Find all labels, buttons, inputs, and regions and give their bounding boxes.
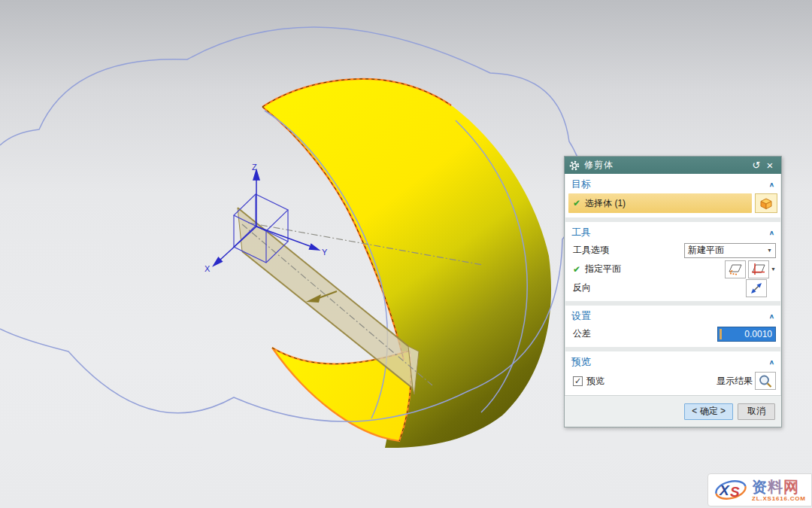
tolerance-cursor (720, 329, 722, 339)
chevron-down-icon: ▼ (767, 248, 772, 253)
checkmark-icon: ✔ (573, 264, 580, 275)
watermark-site-name: 资料网 (752, 479, 799, 495)
watermark-logo-x: X (719, 482, 730, 498)
tool-group: 工具 ∧ 工具选项 新建平面 ▼ ✔ 指定平面 (565, 222, 780, 301)
chevron-up-icon[interactable]: ∧ (769, 358, 774, 365)
plane-dialog-icon (728, 263, 743, 276)
select-body-row[interactable]: ✔ 选择体 (1) (568, 193, 752, 213)
axis-y-label: Y (322, 248, 328, 257)
chevron-down-icon[interactable]: ▼ (771, 266, 776, 272)
nx-application-window: { "viewport": { "axis_labels": { "x": "X… (0, 0, 812, 508)
settings-header: 设置 (571, 309, 591, 323)
axis-x-label: X (205, 264, 211, 273)
chevron-up-icon[interactable]: ∧ (769, 181, 774, 187)
plane-dialog-button[interactable] (725, 260, 746, 278)
reverse-label: 反向 (573, 281, 591, 294)
datum-plane-icon (751, 263, 766, 276)
datum-plane-button[interactable] (748, 260, 769, 278)
ok-button[interactable]: < 确定 > (684, 403, 733, 420)
preview-header: 预览 (571, 355, 591, 369)
checkmark-icon: ✔ (573, 198, 580, 208)
tolerance-label: 公差 (573, 327, 591, 340)
tolerance-input[interactable] (717, 327, 776, 342)
select-body-button[interactable] (755, 193, 777, 213)
dialog-titlebar[interactable]: 修剪体 ↺ × (565, 157, 781, 174)
preview-group: 预览 ∧ ✓ 预览 显示结果 (565, 351, 780, 395)
dialog-footer: < 确定 > 取消 (565, 395, 781, 427)
watermark-site-url: ZL.XS1616.COM (752, 495, 806, 502)
dialog-title: 修剪体 (584, 159, 614, 172)
preview-checkbox-label: 预览 (586, 375, 604, 388)
trim-body-dialog: 修剪体 ↺ × 目标 ∧ ✔ 选择体 (1) 工具 (564, 156, 782, 427)
chevron-up-icon[interactable]: ∧ (769, 312, 774, 319)
gear-icon (569, 160, 580, 171)
tool-option-value: 新建平面 (688, 244, 724, 257)
magnifier-icon (758, 374, 773, 388)
tool-option-label: 工具选项 (573, 244, 609, 257)
show-result-button[interactable] (755, 372, 776, 390)
reverse-direction-button[interactable] (746, 279, 767, 297)
chevron-up-icon[interactable]: ∧ (769, 229, 774, 236)
preview-checkbox[interactable]: ✓ (573, 376, 583, 386)
tool-option-dropdown[interactable]: 新建平面 ▼ (684, 243, 776, 258)
cube-icon (759, 197, 773, 210)
reset-icon[interactable]: ↺ (750, 159, 763, 172)
cancel-button[interactable]: 取消 (738, 403, 775, 420)
show-result-label: 显示结果 (717, 375, 753, 388)
target-group: 目标 ∧ ✔ 选择体 (1) (565, 174, 780, 217)
watermark-logo-s: S (730, 484, 740, 500)
watermark-logo-icon: X S (711, 476, 750, 504)
axis-z-label: Z (252, 163, 257, 172)
reverse-direction-icon (749, 281, 764, 295)
target-header: 目标 (571, 178, 591, 191)
watermark: X S 资料网 ZL.XS1616.COM (707, 473, 812, 506)
specify-plane-label: 指定平面 (585, 263, 621, 275)
tool-header: 工具 (571, 226, 591, 239)
settings-group: 设置 ∧ 公差 (565, 306, 780, 347)
close-icon[interactable]: × (763, 159, 777, 172)
select-body-label: 选择体 (1) (585, 197, 626, 210)
